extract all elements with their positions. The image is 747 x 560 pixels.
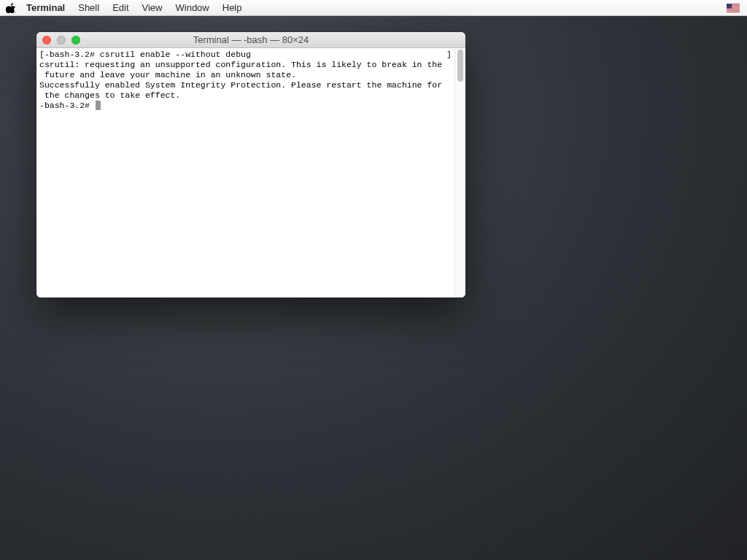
system-menubar: Terminal Shell Edit View Window Help [0,0,747,16]
svg-rect-7 [727,4,732,8]
scrollbar-thumb[interactable] [457,50,463,82]
cursor-icon [96,101,101,110]
traffic-lights [36,36,80,44]
output-line-2: future and leave your machine in an unkn… [39,70,296,79]
output-line-4: the changes to take effect. [39,90,180,100]
menu-edit[interactable]: Edit [112,2,128,13]
terminal-window: Terminal — -bash — 80×24 [-bash-3.2# csr… [36,32,465,298]
menu-help[interactable]: Help [222,2,242,13]
menu-shell[interactable]: Shell [78,2,99,13]
output-line-3: Successfully enabled System Integrity Pr… [39,80,442,90]
output-line-1: csrutil: requesting an unsupported confi… [39,60,442,69]
svg-rect-6 [727,11,740,12]
terminal-content[interactable]: [-bash-3.2# csrutil enable --without deb… [36,48,454,298]
prompt-1: -bash-3.2# [44,50,100,59]
window-titlebar[interactable]: Terminal — -bash — 80×24 [36,32,465,48]
menu-view[interactable]: View [142,2,163,13]
command-1: csrutil enable --without debug [100,50,251,59]
zoom-button[interactable] [71,36,80,44]
close-button[interactable] [42,36,51,44]
menu-window[interactable]: Window [176,2,209,13]
terminal-body: [-bash-3.2# csrutil enable --without deb… [36,48,465,298]
svg-rect-5 [727,9,740,10]
minimize-button[interactable] [57,36,66,44]
apple-menu-icon[interactable] [6,3,16,13]
prompt-2: -bash-3.2# [39,101,95,110]
svg-rect-4 [727,8,740,9]
vertical-scrollbar[interactable] [454,48,465,298]
window-title: Terminal — -bash — 80×24 [193,34,309,45]
app-name[interactable]: Terminal [26,2,65,13]
input-source-flag-icon[interactable] [727,4,740,12]
